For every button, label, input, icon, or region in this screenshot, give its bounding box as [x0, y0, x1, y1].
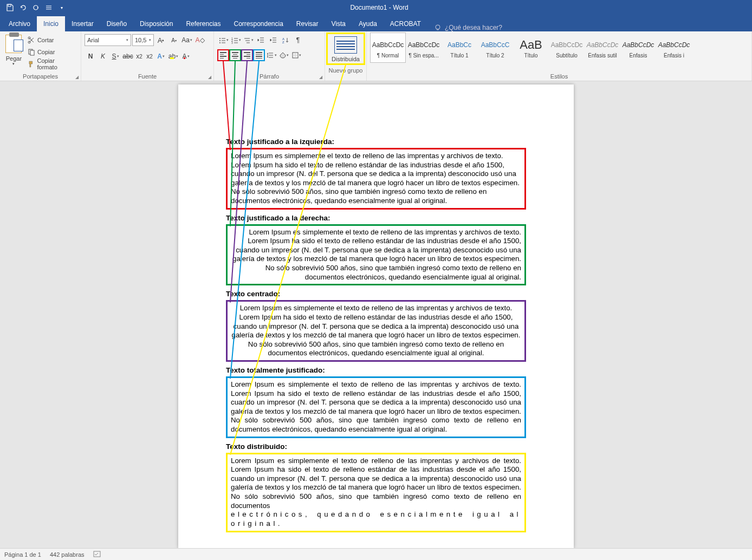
- copy-label: Copiar: [37, 49, 55, 55]
- multilevel-button[interactable]: ▾: [242, 34, 254, 46]
- numbering-button[interactable]: 123▾: [230, 34, 242, 46]
- style-nfasisi[interactable]: AaBbCcDcÉnfasis i: [656, 32, 692, 63]
- paste-label: Pegar: [6, 55, 22, 62]
- lightbulb-icon: [434, 24, 442, 31]
- style-ttulo2[interactable]: AaBbCcCTítulo 2: [477, 32, 513, 63]
- copy-button[interactable]: Copiar: [25, 47, 77, 57]
- shrink-font-button[interactable]: A▾: [168, 34, 180, 46]
- text-effects-button[interactable]: A▾: [155, 50, 167, 62]
- distribute-icon: [334, 36, 357, 54]
- italic-button[interactable]: K: [97, 50, 109, 62]
- format-painter-button[interactable]: Copiar formato: [25, 58, 77, 69]
- style-subttulo[interactable]: AaBbCcDcSubtítulo: [549, 32, 585, 63]
- svg-rect-6: [30, 50, 34, 55]
- font-color-button[interactable]: A▾: [180, 50, 192, 62]
- ribbon-tabs: Archivo Inicio Insertar Diseño Disposici…: [0, 15, 752, 31]
- borders-button[interactable]: ▾: [290, 49, 302, 61]
- svg-point-7: [219, 38, 221, 39]
- tab-acrobat[interactable]: ACROBAT: [384, 16, 427, 31]
- title-bar: ▾ Documento1 - Word: [0, 0, 752, 15]
- ribbon: Pegar ▾ Cortar Copiar Copiar formato Por…: [0, 31, 752, 81]
- group-font: Arial▾ 10,5▾ A▴ A▾ Aa▾ A◇ N K S▾ abc x2 …: [81, 31, 214, 81]
- paragraph-group-label: Párrafo: [217, 72, 321, 81]
- undo-icon[interactable]: [17, 2, 28, 13]
- font-launcher-icon[interactable]: ◢: [208, 75, 211, 80]
- clipboard-launcher-icon[interactable]: ◢: [75, 75, 79, 80]
- redo-icon[interactable]: [30, 2, 41, 13]
- tab-correspondencia[interactable]: Correspondencia: [227, 16, 289, 31]
- tab-inicio[interactable]: Inicio: [37, 16, 65, 31]
- cut-button[interactable]: Cortar: [25, 35, 77, 45]
- highlight-button[interactable]: ab▾: [167, 50, 179, 62]
- font-name-select[interactable]: Arial▾: [85, 34, 131, 46]
- format-painter-label: Copiar formato: [37, 57, 75, 70]
- styles-group-label: Estilos: [370, 72, 748, 81]
- subscript-button[interactable]: x2: [134, 50, 144, 62]
- align-justify-button[interactable]: [253, 49, 265, 61]
- copy-icon: [28, 48, 35, 56]
- clipboard-group-label: Portapapeles: [3, 72, 77, 81]
- style-ttulo[interactable]: AaBTítulo: [513, 32, 549, 63]
- align-center-button[interactable]: [229, 49, 241, 61]
- bullets-button[interactable]: ▾: [217, 34, 229, 46]
- tab-revisar[interactable]: Revisar: [290, 16, 325, 31]
- svg-point-9: [219, 42, 221, 43]
- paste-icon: [5, 35, 22, 53]
- increase-indent-button[interactable]: [267, 34, 279, 46]
- distribute-button[interactable]: Distribuida: [326, 32, 365, 65]
- align-left-button[interactable]: [217, 49, 229, 61]
- save-icon[interactable]: [4, 2, 15, 13]
- tab-insertar[interactable]: Insertar: [65, 16, 100, 31]
- svg-text:3: 3: [231, 41, 233, 44]
- grow-font-button[interactable]: A▴: [155, 34, 167, 46]
- distribute-label: Distribuida: [332, 56, 360, 62]
- svg-text:Z: Z: [282, 41, 284, 44]
- group-paragraph: ▾ 123▾ ▾ AZ ¶ ▾ ▾ ▾ Párrafo ◢: [214, 31, 325, 81]
- tab-archivo[interactable]: Archivo: [2, 16, 37, 31]
- style-sinespa[interactable]: AaBbCcDc¶ Sin espa...: [406, 32, 442, 63]
- list-icon[interactable]: [43, 2, 54, 13]
- svg-point-8: [219, 40, 221, 41]
- cut-label: Cortar: [37, 37, 54, 43]
- nuevo-group-label: Nuevo grupo: [325, 66, 366, 75]
- bold-button[interactable]: N: [85, 50, 96, 62]
- line-spacing-button[interactable]: ▾: [265, 49, 277, 61]
- style-nfasissutil[interactable]: AaBbCcDcÉnfasis sutil: [585, 32, 620, 63]
- underline-button[interactable]: S▾: [109, 50, 121, 62]
- tab-referencias[interactable]: Referencias: [179, 16, 227, 31]
- svg-rect-0: [8, 4, 11, 6]
- quick-access-toolbar: ▾: [0, 2, 72, 13]
- style-normal[interactable]: AaBbCcDc¶ Normal: [370, 32, 406, 63]
- decrease-indent-button[interactable]: [255, 34, 267, 46]
- document-title: Documento1 - Word: [72, 4, 687, 11]
- svg-point-2: [436, 25, 440, 29]
- style-ttulo1[interactable]: AaBbCcTítulo 1: [442, 32, 477, 63]
- tab-vista[interactable]: Vista: [325, 16, 352, 31]
- tell-me-label: ¿Qué desea hacer?: [445, 24, 502, 31]
- sort-button[interactable]: AZ: [280, 34, 291, 46]
- styles-gallery[interactable]: AaBbCcDc¶ NormalAaBbCcDc¶ Sin espa...AaB…: [370, 32, 692, 67]
- scissors-icon: [28, 36, 35, 44]
- brush-icon: [28, 60, 35, 68]
- paragraph-launcher-icon[interactable]: ◢: [319, 75, 322, 80]
- qat-dropdown-icon[interactable]: ▾: [56, 2, 67, 13]
- paste-button[interactable]: Pegar ▾: [3, 32, 24, 66]
- tab-disposicion[interactable]: Disposición: [133, 16, 179, 31]
- tab-diseno[interactable]: Diseño: [100, 16, 133, 31]
- align-right-button[interactable]: [241, 49, 253, 61]
- strike-button[interactable]: abc: [122, 50, 134, 62]
- style-nfasis[interactable]: AaBbCcDcÉnfasis: [620, 32, 656, 63]
- shading-button[interactable]: ▾: [278, 49, 290, 61]
- group-clipboard: Pegar ▾ Cortar Copiar Copiar formato Por…: [0, 31, 81, 81]
- tab-ayuda[interactable]: Ayuda: [352, 16, 384, 31]
- tell-me-search[interactable]: ¿Qué desea hacer?: [427, 24, 509, 31]
- show-marks-button[interactable]: ¶: [292, 34, 304, 46]
- font-group-label: Fuente: [85, 72, 210, 81]
- change-case-button[interactable]: Aa▾: [181, 34, 193, 46]
- clear-format-button[interactable]: A◇: [194, 34, 206, 46]
- superscript-button[interactable]: x2: [145, 50, 154, 62]
- font-size-select[interactable]: 10,5▾: [132, 34, 154, 46]
- group-styles: AaBbCcDc¶ NormalAaBbCcDc¶ Sin espa...AaB…: [367, 31, 752, 81]
